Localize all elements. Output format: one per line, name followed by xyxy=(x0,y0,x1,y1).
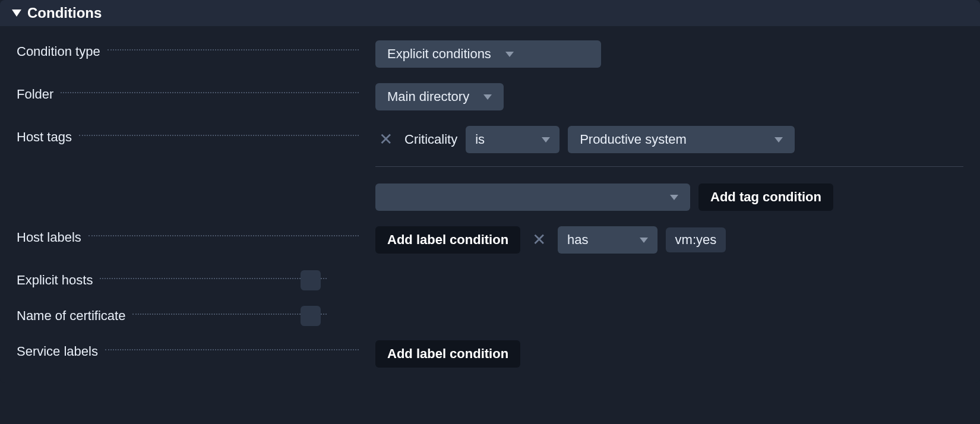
value-col: ✕ Criticality is Productive system xyxy=(361,126,963,153)
value-col: Explicit conditions xyxy=(361,40,963,68)
label-col: Host tags xyxy=(17,126,361,145)
row-condition-type: Condition type Explicit conditions xyxy=(17,40,963,71)
select-value: is xyxy=(475,132,485,147)
dots-filler xyxy=(88,235,359,236)
row-host-tags: Host tags ✕ Criticality is Productive sy… xyxy=(17,126,963,157)
row-host-labels: Host labels Add label condition ✕ has vm… xyxy=(17,226,963,257)
dots-filler xyxy=(61,92,359,93)
label-host-labels: Host labels xyxy=(17,230,86,245)
row-name-of-certificate: Name of certificate xyxy=(17,305,963,336)
label-badge[interactable]: vm:yes xyxy=(666,227,726,252)
label-col: Condition type xyxy=(17,40,361,59)
add-label-condition-button[interactable]: Add label condition xyxy=(375,226,520,254)
value-col: Add tag condition xyxy=(361,183,963,211)
conditions-panel: Conditions Condition type Explicit condi… xyxy=(0,0,980,383)
label-col: Host labels xyxy=(17,226,361,245)
row-folder: Folder Main directory xyxy=(17,83,963,114)
name-of-certificate-checkbox[interactable] xyxy=(301,306,321,326)
explicit-hosts-checkbox[interactable] xyxy=(301,270,321,290)
row-explicit-hosts: Explicit hosts xyxy=(17,269,963,300)
tag-value-select[interactable]: Productive system xyxy=(568,126,795,153)
label-name-of-certificate: Name of certificate xyxy=(17,308,130,324)
chevron-down-icon xyxy=(505,52,514,57)
chevron-down-icon xyxy=(774,137,783,143)
select-value: Explicit conditions xyxy=(387,46,491,62)
label-host-tags: Host tags xyxy=(17,129,77,145)
label-col: Name of certificate xyxy=(17,305,329,324)
select-value: Main directory xyxy=(387,89,469,105)
label-col: Explicit hosts xyxy=(17,269,329,288)
value-col: Main directory xyxy=(361,83,963,110)
collapse-icon xyxy=(12,10,21,17)
select-value: Productive system xyxy=(580,132,687,147)
remove-label-icon[interactable]: ✕ xyxy=(529,229,549,251)
section-header[interactable]: Conditions xyxy=(0,0,980,26)
tag-name: Criticality xyxy=(404,132,457,147)
button-label: Add label condition xyxy=(387,346,508,362)
label-condition-type: Condition type xyxy=(17,44,105,59)
condition-type-select[interactable]: Explicit conditions xyxy=(375,40,601,68)
label-operator-select[interactable]: has xyxy=(558,226,657,254)
button-label: Add tag condition xyxy=(710,189,821,205)
section-title: Conditions xyxy=(27,5,102,21)
chevron-down-icon xyxy=(640,238,648,243)
new-tag-select[interactable] xyxy=(375,183,690,211)
remove-tag-icon[interactable]: ✕ xyxy=(375,129,396,150)
add-service-label-condition-button[interactable]: Add label condition xyxy=(375,340,520,368)
divider xyxy=(375,166,963,167)
dots-filler xyxy=(100,278,327,279)
value-col: Add label condition xyxy=(361,340,963,368)
label-folder: Folder xyxy=(17,87,58,102)
chevron-down-icon xyxy=(483,94,492,100)
section-body: Condition type Explicit conditions Folde… xyxy=(0,26,980,383)
badge-text: vm:yes xyxy=(675,232,717,248)
dots-filler xyxy=(132,314,327,315)
select-value: has xyxy=(567,232,588,248)
chevron-down-icon xyxy=(670,195,678,200)
label-col: Service labels xyxy=(17,340,361,359)
label-service-labels: Service labels xyxy=(17,344,103,359)
label-explicit-hosts: Explicit hosts xyxy=(17,273,97,288)
dots-filler xyxy=(105,349,359,350)
dots-filler xyxy=(108,49,359,50)
value-col: Add label condition ✕ has vm:yes xyxy=(361,226,963,254)
row-add-tag: x Add tag condition xyxy=(17,183,963,214)
add-tag-condition-button[interactable]: Add tag condition xyxy=(698,183,833,211)
chevron-down-icon xyxy=(542,137,550,143)
button-label: Add label condition xyxy=(387,232,508,248)
label-col: Folder xyxy=(17,83,361,102)
folder-select[interactable]: Main directory xyxy=(375,83,504,110)
row-service-labels: Service labels Add label condition xyxy=(17,340,963,371)
tag-operator-select[interactable]: is xyxy=(466,126,559,153)
dots-filler xyxy=(79,135,359,136)
